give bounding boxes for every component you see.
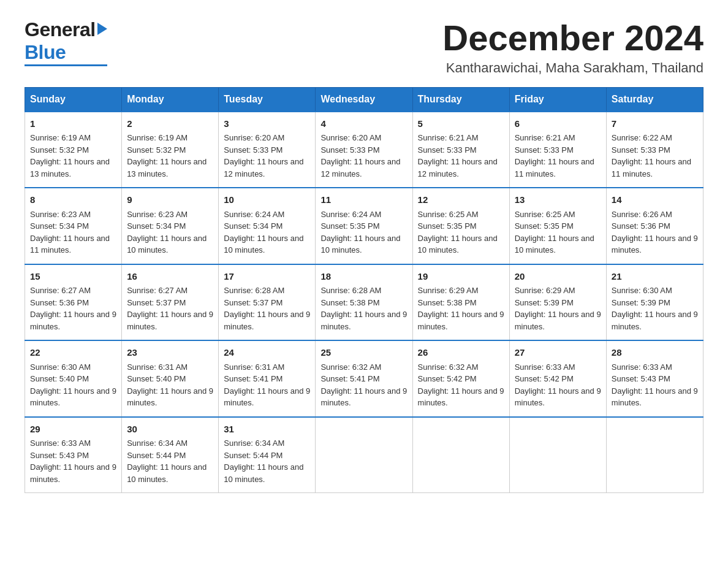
- calendar-cell: 13Sunrise: 6:25 AMSunset: 5:35 PMDayligh…: [509, 188, 606, 264]
- day-number: 7: [612, 117, 698, 131]
- day-info: Sunrise: 6:28 AMSunset: 5:37 PMDaylight:…: [224, 285, 310, 332]
- calendar-cell: 25Sunrise: 6:32 AMSunset: 5:41 PMDayligh…: [316, 340, 412, 417]
- month-title: December 2024: [442, 18, 703, 58]
- calendar-cell: 18Sunrise: 6:28 AMSunset: 5:38 PMDayligh…: [316, 264, 412, 341]
- weekday-header-saturday: Saturday: [606, 87, 703, 112]
- calendar-cell: [412, 417, 509, 493]
- calendar-cell: 11Sunrise: 6:24 AMSunset: 5:35 PMDayligh…: [316, 188, 412, 264]
- calendar-cell: 19Sunrise: 6:29 AMSunset: 5:38 PMDayligh…: [412, 264, 509, 341]
- page-header: General Blue December 2024 Kantharawicha…: [25, 18, 703, 76]
- day-info: Sunrise: 6:20 AMSunset: 5:33 PMDaylight:…: [224, 132, 310, 180]
- calendar-cell: 22Sunrise: 6:30 AMSunset: 5:40 PMDayligh…: [25, 340, 122, 417]
- weekday-header-wednesday: Wednesday: [316, 87, 412, 112]
- calendar-cell: 2Sunrise: 6:19 AMSunset: 5:32 PMDaylight…: [122, 112, 219, 188]
- day-number: 31: [224, 423, 310, 437]
- day-number: 24: [224, 346, 310, 360]
- location-title: Kantharawichai, Maha Sarakham, Thailand: [442, 60, 703, 76]
- day-info: Sunrise: 6:23 AMSunset: 5:34 PMDaylight:…: [127, 209, 213, 256]
- calendar-cell: 4Sunrise: 6:20 AMSunset: 5:33 PMDaylight…: [316, 112, 412, 188]
- day-info: Sunrise: 6:34 AMSunset: 5:44 PMDaylight:…: [127, 437, 213, 485]
- day-number: 5: [418, 117, 504, 131]
- calendar-cell: 29Sunrise: 6:33 AMSunset: 5:43 PMDayligh…: [25, 417, 122, 493]
- title-area: December 2024 Kantharawichai, Maha Sarak…: [442, 18, 703, 76]
- day-number: 17: [224, 270, 310, 284]
- calendar-cell: 6Sunrise: 6:21 AMSunset: 5:33 PMDaylight…: [509, 112, 606, 188]
- day-info: Sunrise: 6:29 AMSunset: 5:39 PMDaylight:…: [515, 285, 601, 332]
- day-info: Sunrise: 6:25 AMSunset: 5:35 PMDaylight:…: [418, 209, 504, 256]
- day-number: 27: [515, 346, 601, 360]
- calendar-cell: 10Sunrise: 6:24 AMSunset: 5:34 PMDayligh…: [219, 188, 316, 264]
- calendar-cell: 1Sunrise: 6:19 AMSunset: 5:32 PMDaylight…: [25, 112, 122, 188]
- calendar-cell: 20Sunrise: 6:29 AMSunset: 5:39 PMDayligh…: [509, 264, 606, 341]
- logo-arrow-icon: [97, 23, 107, 35]
- day-info: Sunrise: 6:24 AMSunset: 5:35 PMDaylight:…: [320, 209, 407, 256]
- calendar-cell: 26Sunrise: 6:32 AMSunset: 5:42 PMDayligh…: [412, 340, 509, 417]
- logo-underline: [25, 64, 107, 66]
- day-number: 20: [515, 270, 601, 284]
- week-row-4: 22Sunrise: 6:30 AMSunset: 5:40 PMDayligh…: [25, 340, 703, 417]
- week-row-5: 29Sunrise: 6:33 AMSunset: 5:43 PMDayligh…: [25, 417, 703, 493]
- calendar-cell: 28Sunrise: 6:33 AMSunset: 5:43 PMDayligh…: [606, 340, 703, 417]
- logo: General Blue: [25, 18, 107, 66]
- day-info: Sunrise: 6:30 AMSunset: 5:40 PMDaylight:…: [30, 361, 116, 409]
- calendar-cell: 5Sunrise: 6:21 AMSunset: 5:33 PMDaylight…: [412, 112, 509, 188]
- day-info: Sunrise: 6:33 AMSunset: 5:43 PMDaylight:…: [612, 361, 698, 409]
- calendar-cell: 9Sunrise: 6:23 AMSunset: 5:34 PMDaylight…: [122, 188, 219, 264]
- calendar-cell: 27Sunrise: 6:33 AMSunset: 5:42 PMDayligh…: [509, 340, 606, 417]
- day-number: 22: [30, 346, 116, 360]
- day-info: Sunrise: 6:27 AMSunset: 5:36 PMDaylight:…: [30, 285, 116, 332]
- weekday-header-monday: Monday: [122, 87, 219, 112]
- day-info: Sunrise: 6:23 AMSunset: 5:34 PMDaylight:…: [30, 209, 116, 256]
- weekday-header-thursday: Thursday: [412, 87, 509, 112]
- day-info: Sunrise: 6:28 AMSunset: 5:38 PMDaylight:…: [320, 285, 407, 332]
- day-number: 8: [30, 193, 116, 207]
- week-row-2: 8Sunrise: 6:23 AMSunset: 5:34 PMDaylight…: [25, 188, 703, 264]
- day-number: 25: [320, 346, 407, 360]
- calendar-cell: [316, 417, 412, 493]
- day-number: 13: [515, 193, 601, 207]
- day-number: 19: [418, 270, 504, 284]
- day-number: 29: [30, 423, 116, 437]
- calendar-cell: 8Sunrise: 6:23 AMSunset: 5:34 PMDaylight…: [25, 188, 122, 264]
- calendar-cell: 15Sunrise: 6:27 AMSunset: 5:36 PMDayligh…: [25, 264, 122, 341]
- calendar-cell: 16Sunrise: 6:27 AMSunset: 5:37 PMDayligh…: [122, 264, 219, 341]
- day-info: Sunrise: 6:27 AMSunset: 5:37 PMDaylight:…: [127, 285, 213, 332]
- day-number: 23: [127, 346, 213, 360]
- day-info: Sunrise: 6:22 AMSunset: 5:33 PMDaylight:…: [612, 132, 698, 180]
- day-number: 10: [224, 193, 310, 207]
- day-info: Sunrise: 6:19 AMSunset: 5:32 PMDaylight:…: [30, 132, 116, 180]
- day-number: 16: [127, 270, 213, 284]
- logo-blue-text: Blue: [25, 41, 66, 64]
- day-number: 6: [515, 117, 601, 131]
- day-number: 26: [418, 346, 504, 360]
- day-info: Sunrise: 6:30 AMSunset: 5:39 PMDaylight:…: [612, 285, 698, 332]
- day-info: Sunrise: 6:29 AMSunset: 5:38 PMDaylight:…: [418, 285, 504, 332]
- day-info: Sunrise: 6:26 AMSunset: 5:36 PMDaylight:…: [612, 209, 698, 256]
- day-number: 11: [320, 193, 407, 207]
- calendar-cell: 12Sunrise: 6:25 AMSunset: 5:35 PMDayligh…: [412, 188, 509, 264]
- day-info: Sunrise: 6:31 AMSunset: 5:41 PMDaylight:…: [224, 361, 310, 409]
- calendar-cell: 24Sunrise: 6:31 AMSunset: 5:41 PMDayligh…: [219, 340, 316, 417]
- day-info: Sunrise: 6:34 AMSunset: 5:44 PMDaylight:…: [224, 437, 310, 485]
- day-number: 28: [612, 346, 698, 360]
- day-number: 14: [612, 193, 698, 207]
- day-number: 15: [30, 270, 116, 284]
- calendar-cell: 23Sunrise: 6:31 AMSunset: 5:40 PMDayligh…: [122, 340, 219, 417]
- day-number: 2: [127, 117, 213, 131]
- calendar-cell: 3Sunrise: 6:20 AMSunset: 5:33 PMDaylight…: [219, 112, 316, 188]
- day-info: Sunrise: 6:32 AMSunset: 5:42 PMDaylight:…: [418, 361, 504, 409]
- day-info: Sunrise: 6:31 AMSunset: 5:40 PMDaylight:…: [127, 361, 213, 409]
- day-number: 3: [224, 117, 310, 131]
- day-info: Sunrise: 6:21 AMSunset: 5:33 PMDaylight:…: [515, 132, 601, 180]
- day-info: Sunrise: 6:24 AMSunset: 5:34 PMDaylight:…: [224, 209, 310, 256]
- day-number: 30: [127, 423, 213, 437]
- calendar-cell: [509, 417, 606, 493]
- calendar-cell: 31Sunrise: 6:34 AMSunset: 5:44 PMDayligh…: [219, 417, 316, 493]
- day-info: Sunrise: 6:32 AMSunset: 5:41 PMDaylight:…: [320, 361, 407, 409]
- day-number: 21: [612, 270, 698, 284]
- day-number: 12: [418, 193, 504, 207]
- calendar-cell: [606, 417, 703, 493]
- calendar-cell: 30Sunrise: 6:34 AMSunset: 5:44 PMDayligh…: [122, 417, 219, 493]
- weekday-header-friday: Friday: [509, 87, 606, 112]
- calendar-cell: 21Sunrise: 6:30 AMSunset: 5:39 PMDayligh…: [606, 264, 703, 341]
